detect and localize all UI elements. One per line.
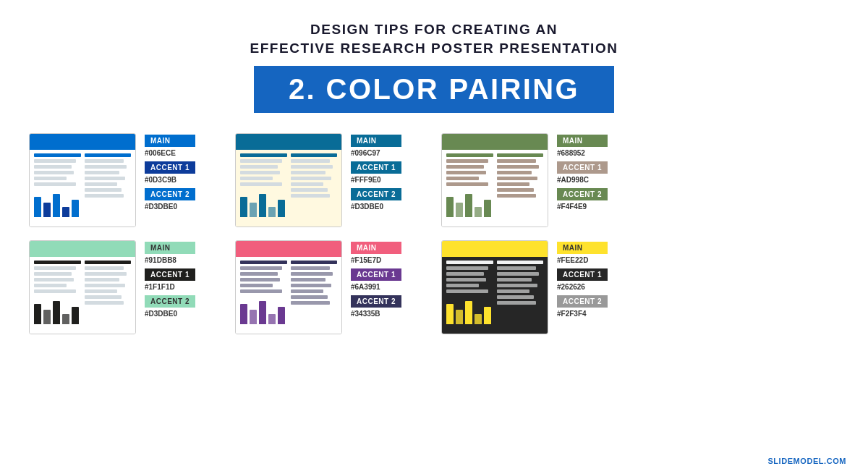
accent2-hex-mint: #D3DBE0 (145, 310, 195, 318)
color-info-green: MAIN #688952 ACCENT 1 #AD998C ACCENT 2 #… (557, 133, 608, 211)
mini-poster-yellow (441, 240, 548, 334)
accent1-badge-teal: ACCENT 1 (351, 161, 401, 174)
accent1-hex-blue: #0D3C9B (145, 176, 195, 184)
credit-text: SLIDEMODEL.COM (767, 457, 846, 465)
main-badge-green: MAIN (557, 135, 608, 147)
mini-poster-mint (29, 240, 136, 334)
palette-teal: MAIN #096C97 ACCENT 1 #FFF9E0 ACCENT 2 #… (235, 133, 427, 227)
main-hex-blue: #006ECE (145, 149, 195, 157)
palette-yellow: MAIN #FEE22D ACCENT 1 #262626 ACCENT 2 #… (441, 240, 633, 334)
accent1-badge-blue: ACCENT 1 (145, 161, 195, 174)
accent1-hex-mint: #1F1F1D (145, 283, 195, 291)
section-banner: 2. COLOR PAIRING (254, 66, 614, 113)
accent1-badge-pink: ACCENT 1 (351, 268, 401, 281)
accent1-badge-green: ACCENT 1 (557, 161, 608, 174)
color-info-mint: MAIN #91DBB8 ACCENT 1 #1F1F1D ACCENT 2 #… (145, 240, 195, 318)
main-hex-mint: #91DBB8 (145, 256, 195, 264)
page-title: DESIGN TIPS FOR CREATING AN EFFECTIVE RE… (250, 20, 618, 57)
mini-poster-blue (29, 133, 136, 227)
accent1-hex-pink: #6A3991 (351, 283, 401, 291)
color-info-teal: MAIN #096C97 ACCENT 1 #FFF9E0 ACCENT 2 #… (351, 133, 401, 211)
accent2-hex-blue: #D3DBE0 (145, 203, 195, 211)
main-hex-pink: #F15E7D (351, 256, 401, 264)
accent1-hex-green: #AD998C (557, 176, 608, 184)
page-wrapper: DESIGN TIPS FOR CREATING AN EFFECTIVE RE… (0, 0, 868, 474)
main-badge-yellow: MAIN (557, 242, 608, 254)
accent2-badge-green: ACCENT 2 (557, 188, 608, 200)
color-info-pink: MAIN #F15E7D ACCENT 1 #6A3991 ACCENT 2 #… (351, 240, 401, 318)
color-info-yellow: MAIN #FEE22D ACCENT 1 #262626 ACCENT 2 #… (557, 240, 608, 318)
accent2-badge-teal: ACCENT 2 (351, 188, 401, 200)
accent1-badge-yellow: ACCENT 1 (557, 268, 608, 281)
main-badge-pink: MAIN (351, 242, 401, 254)
palette-pink: MAIN #F15E7D ACCENT 1 #6A3991 ACCENT 2 #… (235, 240, 427, 334)
main-badge-teal: MAIN (351, 135, 401, 147)
accent2-badge-yellow: ACCENT 2 (557, 295, 608, 308)
palette-blue: MAIN #006ECE ACCENT 1 #0D3C9B ACCENT 2 #… (29, 133, 221, 227)
accent2-badge-mint: ACCENT 2 (145, 295, 195, 308)
main-badge-blue: MAIN (145, 135, 195, 147)
accent2-hex-yellow: #F2F3F4 (557, 310, 608, 318)
mini-poster-green (441, 133, 548, 227)
accent2-hex-teal: #D3DBE0 (351, 203, 401, 211)
accent2-hex-green: #F4F4E9 (557, 203, 608, 211)
accent1-hex-yellow: #262626 (557, 283, 608, 291)
accent2-badge-pink: ACCENT 2 (351, 295, 401, 308)
palette-grid: MAIN #006ECE ACCENT 1 #0D3C9B ACCENT 2 #… (29, 133, 839, 334)
main-hex-yellow: #FEE22D (557, 256, 608, 264)
palette-green: MAIN #688952 ACCENT 1 #AD998C ACCENT 2 #… (441, 133, 633, 227)
accent2-badge-blue: ACCENT 2 (145, 188, 195, 200)
main-badge-mint: MAIN (145, 242, 195, 254)
main-hex-green: #688952 (557, 149, 608, 157)
mini-poster-pink (235, 240, 342, 334)
accent1-badge-mint: ACCENT 1 (145, 268, 195, 281)
accent2-hex-pink: #34335B (351, 310, 401, 318)
main-hex-teal: #096C97 (351, 149, 401, 157)
mini-poster-teal (235, 133, 342, 227)
color-info-blue: MAIN #006ECE ACCENT 1 #0D3C9B ACCENT 2 #… (145, 133, 195, 211)
accent1-hex-teal: #FFF9E0 (351, 176, 401, 184)
palette-mint: MAIN #91DBB8 ACCENT 1 #1F1F1D ACCENT 2 #… (29, 240, 221, 334)
